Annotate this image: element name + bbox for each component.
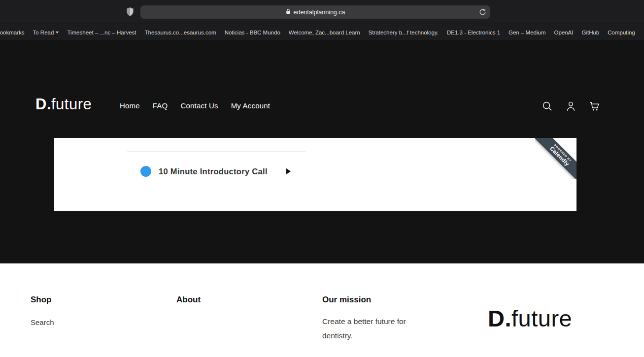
- logo-light-part: future: [51, 96, 92, 113]
- logo-bold-part: D.: [35, 96, 51, 113]
- main-nav: Home FAQ Contact Us My Account: [120, 101, 270, 110]
- bookmark-item[interactable]: Timesheet – ...nc – Harvest: [67, 30, 136, 35]
- bookmark-item[interactable]: GitHub: [581, 30, 599, 35]
- bookmarks-bar: Bookmarks To Read Timesheet – ...nc – Ha…: [0, 24, 644, 40]
- chevron-down-icon: [56, 32, 59, 33]
- footer: Shop Search About Our mission Create a b…: [0, 263, 644, 357]
- bookmark-item[interactable]: Computing: [608, 30, 635, 35]
- bookmark-item[interactable]: Bookmarks: [0, 30, 25, 35]
- lock-icon: [286, 8, 291, 16]
- bookmark-item[interactable]: Welcome, Zac...board Learn: [289, 30, 360, 35]
- cart-icon[interactable]: [589, 100, 600, 112]
- bookmark-item[interactable]: Noticias - BBC Mundo: [225, 30, 280, 35]
- bookmark-item[interactable]: DE1.3 - Electronics 1: [447, 30, 500, 35]
- nav-item-my-account[interactable]: My Account: [231, 101, 271, 110]
- footer-heading-about: About: [176, 295, 201, 305]
- address-bar[interactable]: edentalplanning.ca: [140, 5, 490, 19]
- bookmark-item[interactable]: Stratechery b...f technology.: [369, 30, 439, 35]
- footer-column-mission: Our mission Create a better future for d…: [322, 295, 430, 343]
- calendly-ribbon: POWERED BY Calendly: [535, 138, 576, 179]
- nav-item-home[interactable]: Home: [120, 101, 140, 110]
- calendly-embed-card: 10 Minute Introductory Call POWERED BY C…: [54, 138, 576, 211]
- event-color-dot: [140, 166, 151, 177]
- url-text: edentalplanning.ca: [294, 9, 345, 16]
- footer-heading-mission: Our mission: [322, 295, 430, 305]
- account-icon[interactable]: [565, 100, 576, 112]
- reload-icon[interactable]: [478, 8, 487, 16]
- site-logo[interactable]: D.future: [35, 96, 92, 113]
- footer-link-search[interactable]: Search: [31, 318, 54, 326]
- page-body: D.future Home FAQ Contact Us My Account: [0, 40, 644, 263]
- browser-toolbar: edentalplanning.ca: [0, 0, 644, 24]
- bookmark-item-to-read[interactable]: To Read: [33, 30, 59, 35]
- mission-text: Create a better future for dentistry.: [322, 314, 430, 343]
- bookmark-item[interactable]: Gen – Medium: [508, 30, 545, 35]
- search-icon[interactable]: [542, 100, 553, 112]
- logo-bold-part: D.: [488, 305, 511, 331]
- calendly-event-row[interactable]: 10 Minute Introductory Call: [140, 166, 291, 177]
- footer-logo: D.future: [488, 305, 572, 332]
- footer-column-about: About: [176, 295, 201, 305]
- nav-item-faq[interactable]: FAQ: [153, 101, 168, 110]
- right-triangle-icon: [286, 168, 291, 174]
- footer-heading-shop: Shop: [31, 295, 54, 305]
- bookmark-item[interactable]: OpenAI: [554, 30, 573, 35]
- event-title: 10 Minute Introductory Call: [159, 167, 268, 176]
- logo-light-part: future: [511, 305, 572, 331]
- calendly-powered-by-badge[interactable]: POWERED BY Calendly: [535, 138, 576, 179]
- nav-item-contact-us[interactable]: Contact Us: [180, 101, 218, 110]
- privacy-shield-icon[interactable]: [126, 7, 135, 17]
- bookmark-item[interactable]: Thesaurus.co...esaurus.com: [145, 30, 216, 35]
- header-icons: [542, 100, 600, 112]
- footer-column-shop: Shop Search: [31, 295, 54, 326]
- bookmark-label: To Read: [33, 30, 54, 35]
- divider: [127, 151, 305, 152]
